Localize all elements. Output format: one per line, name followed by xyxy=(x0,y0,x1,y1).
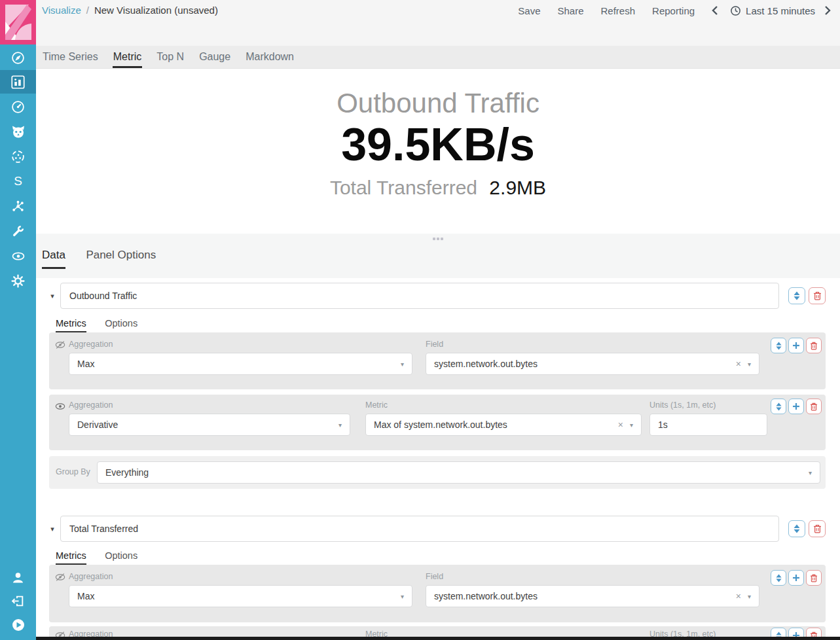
editor-tabs: Data Panel Options xyxy=(42,249,173,269)
sidebar-item-letter-s[interactable]: S xyxy=(0,169,36,193)
kibana-logo-icon xyxy=(5,5,31,40)
delete-metric-button[interactable] xyxy=(806,399,822,414)
refresh-button[interactable]: Refresh xyxy=(601,5,636,16)
delete-metric-button[interactable] xyxy=(806,570,822,586)
series-1-tab-metrics[interactable]: Metrics xyxy=(56,318,86,332)
sidebar-item-dotted-circle[interactable] xyxy=(0,145,36,168)
tab-time-series[interactable]: Time Series xyxy=(42,46,99,68)
time-back-button[interactable] xyxy=(709,4,721,17)
time-forward-button[interactable] xyxy=(822,4,833,17)
trash-icon xyxy=(810,402,818,411)
metric-secondary: Total Transferred 2.9MB xyxy=(330,177,546,199)
sidebar-item-eye[interactable] xyxy=(0,244,36,268)
series-2-delete-button[interactable] xyxy=(809,520,826,537)
time-range-label[interactable]: Last 15 minutes xyxy=(746,5,815,16)
units-label: Units (1s, 1m, etc) xyxy=(649,400,716,410)
letter-s-icon: S xyxy=(11,174,25,188)
aggregation-select[interactable]: Max ▾ xyxy=(69,353,412,375)
play-icon xyxy=(11,618,26,632)
sidebar-item-graph[interactable] xyxy=(0,194,36,218)
kibana-logo[interactable] xyxy=(0,0,36,44)
field-label: Field xyxy=(426,572,443,581)
aggregation-select[interactable]: Derivative ▾ xyxy=(69,414,350,436)
clear-field-icon[interactable]: × xyxy=(736,359,741,369)
series-2-subtabs: Metrics Options xyxy=(56,550,840,564)
logout-icon xyxy=(11,594,25,608)
compass-icon xyxy=(11,51,25,65)
share-button[interactable]: Share xyxy=(557,5,583,16)
sidebar-item-gauge[interactable] xyxy=(0,95,36,118)
robot-face-icon xyxy=(11,125,26,139)
main-area: Visualize / New Visualization (unsaved) … xyxy=(36,0,840,640)
caret-down-icon: ▾ xyxy=(748,593,751,600)
group-by-label: Group By xyxy=(56,467,90,476)
reporting-button[interactable]: Reporting xyxy=(652,5,695,16)
caret-down-icon: ▾ xyxy=(748,361,751,368)
group-by-select[interactable]: Everything ▾ xyxy=(97,461,820,484)
metric-combobox[interactable]: Max of system.network.out.bytes × ▾ xyxy=(365,414,642,436)
metric-hidden-eye-slash-icon[interactable] xyxy=(55,340,65,352)
units-input[interactable] xyxy=(649,414,767,436)
sidebar-item-wrench[interactable] xyxy=(0,219,36,243)
series-2-label-input[interactable] xyxy=(60,516,779,542)
metric-label: Metric xyxy=(365,400,388,410)
series-2-sort-button[interactable] xyxy=(788,520,805,537)
tab-data[interactable]: Data xyxy=(42,249,65,269)
field-label: Field xyxy=(426,340,443,349)
aggregation-label: Aggregation xyxy=(69,340,113,349)
metric-primary-value: 39.5KB/s xyxy=(341,122,535,168)
sidebar-item-robot-face[interactable] xyxy=(0,120,36,143)
series-1-tab-options[interactable]: Options xyxy=(105,318,137,331)
sidebar-item-play[interactable] xyxy=(0,613,36,637)
tab-top-n[interactable]: Top N xyxy=(156,46,185,68)
dotted-circle-icon xyxy=(11,150,25,164)
sidebar: S xyxy=(0,0,36,640)
series-1-collapse-caret-icon[interactable]: ▾ xyxy=(48,292,56,300)
series-1-delete-button[interactable] xyxy=(809,287,826,304)
clear-metric-icon[interactable]: × xyxy=(618,419,623,430)
tab-markdown[interactable]: Markdown xyxy=(245,46,295,68)
graph-icon xyxy=(11,200,25,213)
plus-icon xyxy=(792,574,800,582)
sidebar-item-compass[interactable] xyxy=(0,46,36,69)
add-metric-button[interactable] xyxy=(788,399,804,414)
caret-down-icon: ▾ xyxy=(630,421,633,429)
breadcrumb-visualize-link[interactable]: Visualize xyxy=(42,5,81,16)
clear-field-icon[interactable]: × xyxy=(736,591,741,601)
caret-down-icon: ▾ xyxy=(401,361,404,368)
metric-secondary-value: 2.9MB xyxy=(489,177,546,198)
add-metric-button[interactable] xyxy=(788,570,804,586)
topnav: Save Share Refresh Reporting xyxy=(501,4,833,17)
field-combobox[interactable]: system.network.out.bytes × ▾ xyxy=(426,353,759,375)
aggregation-label: Aggregation xyxy=(69,400,113,410)
save-button[interactable]: Save xyxy=(518,5,540,16)
metric-sort-button[interactable] xyxy=(771,570,786,586)
drag-handle[interactable] xyxy=(433,238,443,240)
series-2-tab-options[interactable]: Options xyxy=(105,550,137,563)
tab-metric[interactable]: Metric xyxy=(113,46,143,68)
tab-panel-options[interactable]: Panel Options xyxy=(86,249,156,267)
series-1-sort-button[interactable] xyxy=(788,287,805,304)
aggregation-select[interactable]: Max ▾ xyxy=(69,585,412,607)
field-combobox[interactable]: system.network.out.bytes × ▾ xyxy=(426,585,759,607)
sidebar-item-bar-chart[interactable] xyxy=(0,70,36,94)
metric-hidden-eye-slash-icon[interactable] xyxy=(55,573,65,584)
metric-visualization: Outbound Traffic 39.5KB/s Total Transfer… xyxy=(36,69,840,234)
up-down-arrows-icon xyxy=(793,291,801,300)
sidebar-item-user[interactable] xyxy=(0,565,36,589)
metric-visible-eye-icon[interactable] xyxy=(55,401,65,413)
tab-gauge[interactable]: Gauge xyxy=(198,46,231,68)
series-1-label-input[interactable] xyxy=(60,283,779,309)
metric-row-buttons xyxy=(771,570,822,586)
trash-icon xyxy=(813,291,822,300)
series-1-metric-row-2: Aggregation Derivative ▾ Metric Max of s… xyxy=(49,395,826,450)
series-2-tab-metrics[interactable]: Metrics xyxy=(56,550,86,565)
series-2-collapse-caret-icon[interactable]: ▾ xyxy=(48,525,56,533)
sidebar-item-gear[interactable] xyxy=(0,269,36,293)
add-metric-button[interactable] xyxy=(788,338,804,353)
delete-metric-button[interactable] xyxy=(806,338,822,353)
bar-chart-icon xyxy=(11,75,25,89)
metric-sort-button[interactable] xyxy=(771,399,786,414)
sidebar-item-logout[interactable] xyxy=(0,589,36,613)
metric-sort-button[interactable] xyxy=(771,338,786,353)
